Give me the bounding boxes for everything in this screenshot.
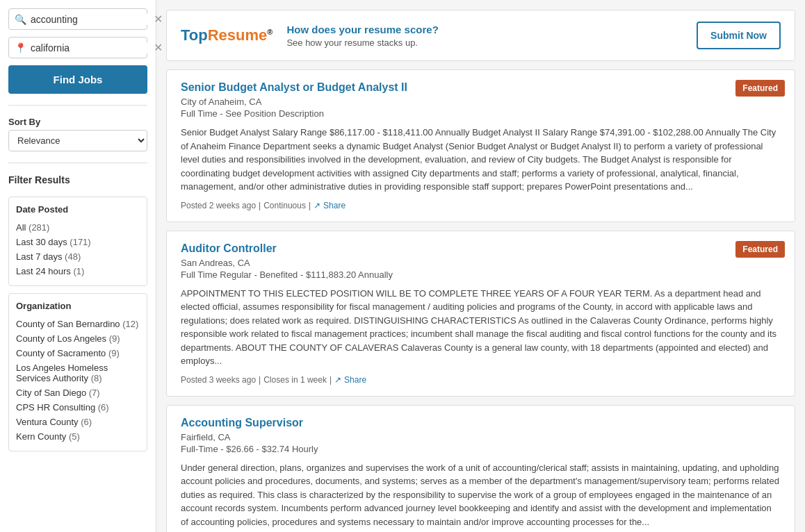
featured-badge-1: Featured <box>735 80 785 97</box>
banner-subtext: See how your resume stacks up. <box>286 38 683 48</box>
job-title-3[interactable]: Accounting Supervisor <box>181 417 781 429</box>
separator-1b: | <box>309 201 311 210</box>
location-icon: 📍 <box>15 42 26 53</box>
filter-last-24[interactable]: Last 24 hours (1) <box>16 264 140 279</box>
search-input-wrap: 🔍 ✕ <box>8 8 147 30</box>
job-desc-3: Under general direction, plans, organize… <box>181 461 781 529</box>
filter-last-7[interactable]: Last 7 days (48) <box>16 249 140 264</box>
org-la-homeless[interactable]: Los Angeles Homeless Services Authority … <box>16 360 140 385</box>
filter-last-30[interactable]: Last 30 days (171) <box>16 235 140 249</box>
filter-all[interactable]: All (281) <box>16 220 140 235</box>
sort-by-section: Sort By Relevance <box>8 117 147 151</box>
search-input[interactable] <box>31 14 152 25</box>
job-title-1[interactable]: Senior Budget Analyst or Budget Analyst … <box>181 81 781 94</box>
job-card-2: Featured Auditor Controller San Andreas,… <box>166 231 795 397</box>
find-jobs-button[interactable]: Find Jobs <box>8 65 147 94</box>
job-posted-2: Posted 3 weeks ago <box>181 375 256 385</box>
job-continuous-2: Closes in 1 week <box>263 375 327 385</box>
share-link-1[interactable]: Share <box>323 201 345 210</box>
org-sacramento[interactable]: County of Sacramento (9) <box>16 346 140 360</box>
job-desc-2: APPOINTMENT TO THIS ELECTED POSITION WIL… <box>181 287 781 368</box>
separator-2: | <box>259 375 261 385</box>
share-icon-1: ↗ <box>314 201 320 210</box>
job-location-3: Fairfield, CA <box>181 432 781 442</box>
job-type-1: Full Time - See Position Description <box>181 108 781 119</box>
date-posted-title: Date Posted <box>16 204 140 215</box>
job-type-2: Full Time Regular - Benefited - $111,883… <box>181 269 781 280</box>
job-card-3: Accounting Supervisor Fairfield, CA Full… <box>166 405 795 533</box>
separator-2b: | <box>330 375 332 385</box>
share-link-2[interactable]: Share <box>344 375 366 385</box>
job-card-1: Featured Senior Budget Analyst or Budget… <box>166 69 795 222</box>
org-cps-hr[interactable]: CPS HR Consulting (6) <box>16 400 140 415</box>
job-desc-1: Senior Budget Analyst Salary Range $86,1… <box>181 126 781 194</box>
organization-filter: Organization County of San Bernardino (1… <box>8 293 147 451</box>
filter-results-heading: Filter Results <box>8 174 147 185</box>
sort-select[interactable]: Relevance <box>8 130 147 151</box>
topresume-banner: TopResume® How does your resume score? S… <box>166 10 795 61</box>
organization-title: Organization <box>16 301 140 311</box>
job-footer-2: Posted 3 weeks ago | Closes in 1 week | … <box>181 375 781 385</box>
main-content: TopResume® How does your resume score? S… <box>156 0 805 532</box>
date-posted-filter: Date Posted All (281) Last 30 days (171)… <box>8 197 147 286</box>
sort-by-label: Sort By <box>8 117 147 127</box>
divider-2 <box>8 163 147 163</box>
location-input-wrap: 📍 ✕ <box>8 37 147 58</box>
share-icon-2: ↗ <box>334 375 341 385</box>
job-type-3: Full-Time - $26.66 - $32.74 Hourly <box>181 444 781 454</box>
org-los-angeles[interactable]: County of Los Angeles (9) <box>16 331 140 346</box>
topresume-logo: TopResume® <box>181 26 273 44</box>
submit-now-button[interactable]: Submit Now <box>697 22 781 49</box>
separator-1: | <box>259 201 261 210</box>
location-input[interactable] <box>31 42 152 53</box>
banner-text-block: How does your resume score? See how your… <box>286 24 683 48</box>
org-san-diego[interactable]: City of San Diego (7) <box>16 385 140 400</box>
search-icon: 🔍 <box>15 14 26 25</box>
job-continuous-1: Continuous <box>263 201 306 210</box>
featured-badge-2: Featured <box>735 241 785 258</box>
job-posted-1: Posted 2 weeks ago <box>181 201 256 210</box>
org-san-bernardino[interactable]: County of San Bernardino (12) <box>16 317 140 331</box>
sidebar: 🔍 ✕ 📍 ✕ Find Jobs Sort By Relevance Filt… <box>0 0 156 532</box>
banner-headline: How does your resume score? <box>286 24 683 35</box>
job-location-1: City of Anaheim, CA <box>181 97 781 107</box>
job-location-2: San Andreas, CA <box>181 258 781 268</box>
org-kern[interactable]: Kern County (5) <box>16 429 140 444</box>
job-title-2[interactable]: Auditor Controller <box>181 242 781 255</box>
org-ventura[interactable]: Ventura County (6) <box>16 415 140 429</box>
divider-1 <box>8 105 147 106</box>
job-footer-1: Posted 2 weeks ago | Continuous | ↗ Shar… <box>181 201 781 210</box>
